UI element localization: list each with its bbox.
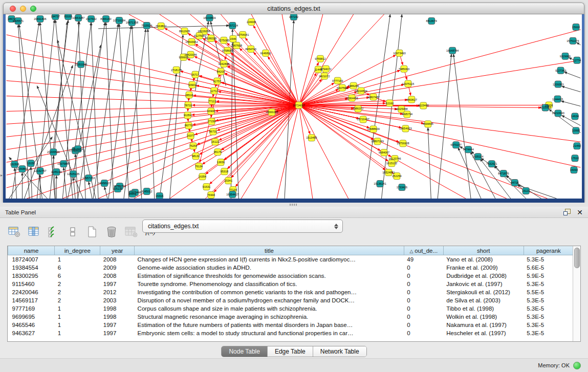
cell-pagerank[interactable]: 5.3E-5 [524, 296, 573, 304]
panel-collapse-handle[interactable]: ▸ [1, 173, 3, 178]
memory-indicator-icon[interactable] [573, 362, 581, 369]
row-height-icon[interactable] [66, 225, 80, 239]
cell-name[interactable]: 9115460 [8, 280, 55, 288]
column-header-title[interactable]: title [135, 246, 404, 255]
column-header-short[interactable]: short [443, 246, 524, 255]
table-row[interactable]: 1872400712008Changes of HCN gene express… [8, 255, 574, 264]
column-header-out_de[interactable]: △out_de... [404, 246, 443, 255]
cell-in_degree[interactable]: 6 [55, 264, 100, 272]
cell-year[interactable]: 1998 [100, 313, 135, 321]
cell-year[interactable]: 1997 [100, 321, 135, 329]
cell-short[interactable]: Wolkin et al. (1998) [443, 313, 524, 321]
cell-out_degree[interactable]: 0 [404, 313, 443, 321]
cell-short[interactable]: Tibbo et al. (1998) [443, 304, 524, 313]
tab-network-table[interactable]: Network Table [313, 346, 366, 357]
cell-pagerank[interactable]: 5.6E-5 [524, 264, 573, 272]
select-columns-icon[interactable] [46, 225, 60, 239]
cell-year[interactable]: 1997 [100, 280, 135, 288]
cell-title[interactable]: Changes of HCN gene expression and I(f) … [135, 255, 404, 264]
cell-name[interactable]: 22420046 [8, 288, 55, 296]
cell-year[interactable]: 1997 [100, 329, 135, 337]
cell-out_degree[interactable]: 0 [404, 264, 443, 272]
table-row[interactable]: 977716911998Corpus callosum shape and si… [8, 304, 574, 313]
cell-short[interactable]: Nakamura et al. (1997) [443, 321, 524, 329]
cell-out_degree[interactable]: 0 [404, 272, 443, 280]
column-header-year[interactable]: year [100, 246, 135, 255]
cell-in_degree[interactable]: 1 [55, 255, 100, 264]
cell-pagerank[interactable]: 5.3E-5 [524, 304, 573, 313]
cell-out_degree[interactable]: 0 [404, 304, 443, 313]
cell-in_degree[interactable]: 6 [55, 272, 100, 280]
cell-in_degree[interactable]: 2 [55, 296, 100, 304]
cell-short[interactable]: Stergiakouli et al. (2012) [443, 288, 524, 296]
table-row[interactable]: 1456911722003Disruption of a novel membe… [8, 296, 574, 304]
cell-title[interactable]: Estimation of the future numbers of pati… [135, 321, 404, 329]
cell-title[interactable]: Investigating the contribution of common… [135, 288, 404, 296]
cell-year[interactable]: 2008 [100, 255, 135, 264]
cell-title[interactable]: Corpus callosum shape and size in male p… [135, 304, 404, 313]
cell-out_degree[interactable]: 0 [404, 280, 443, 288]
cell-in_degree[interactable]: 2 [55, 288, 100, 296]
table-row[interactable]: 946554611997Estimation of the future num… [8, 321, 574, 329]
cell-in_degree[interactable]: 1 [55, 321, 100, 329]
table-row[interactable]: 911546021997Tourette syndrome. Phenomeno… [8, 280, 574, 288]
cell-year[interactable]: 1998 [100, 304, 135, 313]
cell-title[interactable]: Structural magnetic resonance image aver… [135, 313, 404, 321]
cell-name[interactable]: 9465546 [8, 321, 55, 329]
cell-pagerank[interactable]: 5.3E-5 [524, 313, 573, 321]
column-header-in_degree[interactable]: in_degree [55, 246, 100, 255]
cell-name[interactable]: 14569117 [8, 296, 55, 304]
cell-in_degree[interactable]: 2 [55, 280, 100, 288]
cell-out_degree[interactable]: 0 [404, 296, 443, 304]
cell-short[interactable]: Franke et al. (2009) [443, 264, 524, 272]
table-select-dropdown[interactable]: citations_edges.txt [142, 220, 343, 233]
vertical-scrollbar[interactable] [573, 246, 580, 341]
divider-grip-icon[interactable] [290, 204, 297, 206]
close-panel-icon[interactable]: ✕ [577, 209, 583, 216]
scrollbar-thumb[interactable] [574, 248, 580, 268]
cell-short[interactable]: de Silva et al. (2003) [443, 296, 524, 304]
tab-node-table[interactable]: Node Table [222, 346, 268, 357]
table-row[interactable]: 1830029562008Estimation of significance … [8, 272, 574, 280]
cell-short[interactable]: Hescheler et al. (1997) [443, 329, 524, 337]
cell-short[interactable]: Dudbridge et al. (2008) [443, 272, 524, 280]
cell-out_degree[interactable]: 0 [404, 321, 443, 329]
cell-out_degree[interactable]: 0 [404, 329, 443, 337]
table-row[interactable]: 946362711997Embryonic stem cells: a mode… [8, 329, 574, 337]
cell-pagerank[interactable]: 5.3E-5 [524, 280, 573, 288]
cell-pagerank[interactable]: 5.3E-5 [524, 329, 573, 337]
delete-icon[interactable] [104, 225, 119, 239]
table-row[interactable]: 1938455462009Genome-wide association stu… [8, 264, 574, 272]
cell-title[interactable]: Tourette syndrome. Phenomenology and cla… [135, 280, 404, 288]
new-file-icon[interactable] [85, 225, 99, 239]
cell-in_degree[interactable]: 1 [55, 313, 100, 321]
cell-pagerank[interactable]: 5.9E-5 [524, 272, 573, 280]
column-header-pagerank[interactable]: pagerank [524, 246, 573, 255]
cell-short[interactable]: Jankovic et al. (1997) [443, 280, 524, 288]
cell-pagerank[interactable]: 5.5E-5 [524, 288, 573, 296]
float-panel-icon[interactable] [563, 209, 571, 215]
cell-in_degree[interactable]: 1 [55, 304, 100, 313]
table-row[interactable]: 2242004622012Investigating the contribut… [8, 288, 574, 296]
network-canvas[interactable]: 1872400710973493748506312975115946362791… [6, 14, 582, 199]
cell-year[interactable]: 2003 [100, 296, 135, 304]
cell-pagerank[interactable]: 5.3E-5 [524, 255, 573, 264]
column-header-name[interactable]: name [8, 246, 55, 255]
cell-out_degree[interactable]: 49 [404, 255, 443, 264]
cell-pagerank[interactable]: 5.3E-5 [524, 321, 573, 329]
panel-divider[interactable] [0, 203, 588, 207]
cell-year[interactable]: 2012 [100, 288, 135, 296]
cell-name[interactable]: 9463627 [8, 329, 55, 337]
cell-in_degree[interactable]: 1 [55, 329, 100, 337]
cell-name[interactable]: 9777169 [8, 304, 55, 313]
cell-name[interactable]: 19384554 [8, 264, 55, 272]
cell-title[interactable]: Genome-wide association studies in ADHD. [135, 264, 404, 272]
cell-short[interactable]: Yano et al. (2008) [443, 255, 524, 264]
window-titlebar[interactable]: citations_edges.txt [3, 3, 584, 14]
cell-title[interactable]: Embryonic stem cells: a model to study s… [135, 329, 404, 337]
cell-name[interactable]: 9699695 [8, 313, 55, 321]
table-settings-icon[interactable] [7, 225, 21, 239]
column-visibility-icon[interactable] [27, 225, 41, 239]
table-row[interactable]: 969969511998Structural magnetic resonanc… [8, 313, 574, 321]
tab-edge-table[interactable]: Edge Table [268, 346, 313, 357]
